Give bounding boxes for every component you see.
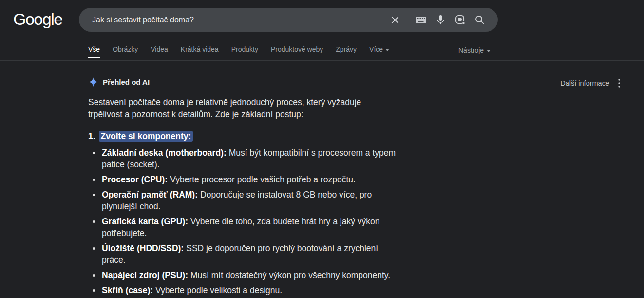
keyboard-icon[interactable]	[411, 10, 431, 30]
tab-produktove-weby[interactable]: Produktové weby	[271, 45, 323, 58]
ai-sparkle-icon	[88, 77, 98, 87]
tab-kratka-videa[interactable]: Krátká videa	[181, 45, 219, 58]
ai-overview-title: Přehled od AI	[103, 78, 150, 86]
search-input[interactable]	[79, 16, 385, 24]
list-item: Úložiště (HDD/SSD):SSD je doporučen pro …	[88, 242, 396, 266]
search-icon[interactable]	[470, 10, 489, 30]
ai-overview-actions: Další informace	[560, 78, 623, 89]
header-divider	[0, 60, 644, 61]
components-list: Základní deska (motherboard):Musí být ko…	[88, 147, 396, 298]
step-number: 1.	[88, 131, 95, 141]
search-bar-divider	[408, 14, 408, 26]
kebab-menu-icon[interactable]	[615, 78, 623, 89]
tab-zpravy[interactable]: Zprávy	[336, 45, 357, 58]
list-item: Základní deska (motherboard):Musí být ko…	[88, 147, 396, 170]
lens-icon[interactable]	[450, 10, 470, 30]
ai-overview-body: Sestavení počítače doma je relativně jed…	[88, 97, 396, 298]
microphone-icon[interactable]	[431, 10, 450, 30]
chevron-down-icon	[385, 49, 389, 51]
ai-intro-paragraph: Sestavení počítače doma je relativně jed…	[88, 97, 396, 120]
tab-vice[interactable]: Více	[369, 45, 389, 58]
search-bar-icons	[385, 10, 498, 30]
clear-icon[interactable]	[385, 10, 405, 30]
list-item: Skříň (case):Vyberte podle velikosti a d…	[88, 284, 396, 296]
list-item: Grafická karta (GPU):Vyberte dle toho, z…	[88, 216, 396, 239]
tools-button[interactable]: Nástroje	[458, 46, 491, 54]
tab-vse[interactable]: Vše	[88, 45, 100, 58]
result-type-tabs: Vše Obrázky Videa Krátká videa Produkty …	[88, 45, 389, 58]
list-item: Napájecí zdroj (PSU):Musí mít dostatečný…	[88, 269, 396, 281]
list-item: Procesor (CPU):Vyberte procesor podle va…	[88, 174, 396, 185]
google-logo[interactable]: Google	[13, 10, 62, 29]
step-title-highlighted: Zvolte si komponenty:	[99, 131, 193, 142]
chevron-down-icon	[487, 50, 491, 52]
search-bar[interactable]	[79, 8, 498, 32]
list-item: Operační paměť (RAM):Doporučuje se insta…	[88, 189, 396, 212]
tab-produkty[interactable]: Produkty	[231, 45, 258, 58]
tab-obrazky[interactable]: Obrázky	[113, 45, 138, 58]
google-search-results-page: Google	[0, 0, 644, 298]
ai-overview-header: Přehled od AI	[88, 77, 150, 87]
step-heading: 1.Zvolte si komponenty:	[88, 130, 396, 142]
more-info-link[interactable]: Další informace	[560, 79, 609, 87]
tab-videa[interactable]: Videa	[151, 45, 168, 58]
